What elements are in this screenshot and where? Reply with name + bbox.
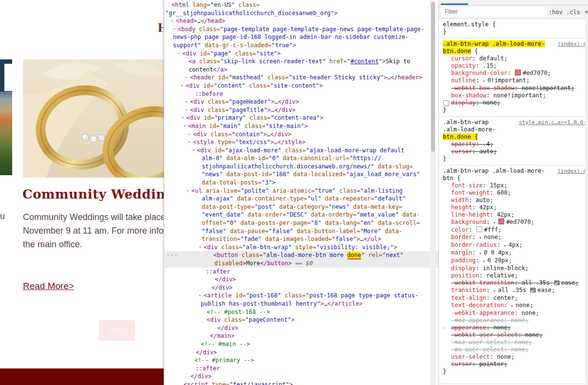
property-name[interactable]: text-align <box>451 294 486 301</box>
css-property[interactable]: cursor: default; <box>443 55 585 62</box>
property-value[interactable]: none; <box>515 302 533 309</box>
property-name[interactable]: font-weight <box>451 189 490 196</box>
dom-tree-row[interactable]: ▾<div id="primary" class="content-area"> <box>165 114 438 122</box>
css-property[interactable]: cursor: auto; <box>443 148 585 155</box>
dom-tree-row[interactable]: ▸<head>…</head> <box>165 17 438 25</box>
dom-tree-row[interactable]: ▾<body class="page-template page-templat… <box>165 25 438 34</box>
property-value[interactable]: auto; <box>476 197 493 203</box>
property-name[interactable]: margin <box>451 249 472 256</box>
css-property[interactable]: ⚠appearance: none; <box>443 324 585 331</box>
dom-tree-row[interactable]: ::after <box>165 365 438 373</box>
chevron-down-icon[interactable]: ▾ <box>180 114 186 122</box>
dom-tree-row[interactable]: support" data-gr-c-s-loaded="true"> <box>165 41 438 50</box>
dom-tree-row[interactable]: <a class="skip-link screen-reader-text" … <box>165 57 438 66</box>
dom-tree-row[interactable]: alm-0" data-alm-id="0" data-canonical-ur… <box>165 154 438 163</box>
css-property[interactable]: background: ▸#ed7070; <box>443 219 585 226</box>
dom-tree-row[interactable]: </div> <box>165 284 438 292</box>
property-name[interactable]: display <box>451 99 476 106</box>
property-name[interactable]: color <box>451 226 469 233</box>
property-name[interactable]: display <box>451 265 476 272</box>
property-name[interactable]: cursor <box>451 55 472 62</box>
property-name[interactable]: font-size <box>451 182 483 189</box>
property-value[interactable]: 0 0 4px; <box>484 249 512 256</box>
css-property[interactable]: opacity: .15; <box>443 62 585 70</box>
property-value[interactable]: #ed7070; <box>523 70 551 76</box>
property-name[interactable]: -webkit-transition <box>451 279 514 286</box>
chevron-right-icon[interactable]: ▸ <box>184 73 190 82</box>
property-value[interactable]: center; <box>493 294 518 301</box>
property-value[interactable]: 4px; <box>509 241 523 248</box>
expand-value-icon[interactable]: ▸ <box>511 303 515 308</box>
dom-tree-row[interactable]: ▸<ul aria-live="polite" aria-atomic="tru… <box>165 187 438 195</box>
expand-value-icon[interactable]: ▸ <box>493 288 498 293</box>
css-property[interactable]: transition: ▸all .35s ease; <box>443 287 585 294</box>
property-value[interactable]: auto; <box>479 148 497 155</box>
dom-tree-row[interactable]: </main> <box>165 332 438 340</box>
dom-tree-row[interactable]: ▸<header id="masthead" class="site-heade… <box>165 73 438 82</box>
chevron-right-icon[interactable]: ▸ <box>184 106 190 114</box>
property-value[interactable]: none; <box>511 317 529 324</box>
css-property[interactable]: -ms-user-select: none; <box>443 346 585 353</box>
property-name[interactable]: outline <box>451 77 476 84</box>
chevron-right-icon[interactable]: ▸ <box>187 130 192 139</box>
css-property[interactable]: -webkit-box-shadow: none!important; <box>443 85 585 92</box>
dom-tree-row[interactable]: ▸<div class="pageTitle">…</div> <box>165 106 438 114</box>
property-name[interactable]: appearance <box>451 324 486 331</box>
property-name[interactable]: -moz-user-select <box>451 339 508 346</box>
css-property[interactable]: -webkit-transition: all .35s ease; <box>443 279 585 287</box>
dom-tree-row[interactable]: "gr__stjohnpauliicatholicchurch_diocesan… <box>165 9 438 18</box>
chevron-right-icon[interactable]: ▸ <box>197 292 203 300</box>
styles-tab-bar[interactable] <box>439 0 588 5</box>
css-property[interactable]: cursor: pointer; <box>443 361 585 368</box>
dom-tree-row[interactable]: <!-- #primary --> <box>165 356 438 365</box>
color-swatch[interactable] <box>515 70 521 75</box>
property-name[interactable]: background <box>451 219 486 225</box>
css-property[interactable]: user-select: none; <box>443 353 585 361</box>
dom-tree-row[interactable]: "event_date" data-order="DESC" data-orde… <box>165 211 438 219</box>
property-name[interactable]: height <box>451 204 472 211</box>
chevron-down-icon[interactable]: ▾ <box>179 82 185 90</box>
property-value[interactable]: none; <box>511 346 529 353</box>
dom-tree-row[interactable]: ▾<div id="page" class="site"> <box>165 50 438 58</box>
property-name[interactable]: width <box>451 197 469 203</box>
dom-tree-row[interactable]: </div> <box>165 372 438 381</box>
class-toggle[interactable]: .cls <box>566 9 580 16</box>
dom-tree-row[interactable]: ▸<article id="post-168" class="post-168 … <box>165 292 438 300</box>
property-toggle-checkbox[interactable] <box>443 100 449 106</box>
dom-tree-row[interactable]: "false" data-pause="false" data-button-l… <box>165 227 438 236</box>
css-property[interactable]: border-radius: ▸4px; <box>443 241 585 249</box>
dom-tree-row[interactable]: ▸<div class="pageHeader">…</div> <box>165 98 438 106</box>
elements-scrollbar[interactable] <box>430 0 436 385</box>
chevron-down-icon[interactable]: ▾ <box>190 147 196 155</box>
property-value[interactable]: 42px; <box>497 211 514 218</box>
property-value[interactable]: ease; <box>537 287 555 293</box>
css-property[interactable]: position: relative; <box>443 272 585 279</box>
dom-tree-row[interactable]: alm-ajax" data-container-type="ul" data-… <box>165 195 438 203</box>
expand-value-icon[interactable]: ▸ <box>479 235 484 240</box>
cubic-bezier-icon[interactable] <box>554 280 560 285</box>
property-name[interactable]: background-color <box>451 70 508 76</box>
css-property[interactable]: line-height: 42px; <box>443 211 585 219</box>
read-more-link[interactable]: Read More> <box>23 281 74 292</box>
styles-filter-input[interactable] <box>442 7 545 17</box>
css-property[interactable]: opacity: .4; <box>443 141 585 148</box>
property-value[interactable]: 600; <box>497 189 511 196</box>
css-property[interactable]: color: #fff; <box>443 226 585 234</box>
property-value[interactable]: all .35s <box>522 279 553 286</box>
property-value[interactable]: .15; <box>483 62 497 69</box>
dom-tree-row[interactable]: data-total-posts="3"> <box>165 179 438 187</box>
property-name[interactable]: border <box>451 234 472 240</box>
property-value[interactable]: all .35s <box>498 287 530 293</box>
property-value[interactable]: inline-block; <box>483 265 529 272</box>
stylesheet-source-link[interactable]: (index):4 <box>557 167 587 175</box>
css-property[interactable]: -moz-appearance: none; <box>443 317 585 324</box>
css-selector[interactable]: btn { <box>443 175 585 182</box>
dom-tree-row[interactable]: publish has-post-thumbnail hentry">…</ar… <box>165 300 438 308</box>
property-name[interactable]: position <box>451 272 479 279</box>
dom-tree-row[interactable]: <html lang="en-US" class= <box>165 1 438 9</box>
dom-tree-row[interactable]: <!-- #main --> <box>165 340 438 348</box>
css-property[interactable]: text-align: center; <box>443 294 585 302</box>
css-property[interactable]: box-shadow: none!important; <box>443 92 585 99</box>
chevron-right-icon[interactable]: ▸ <box>170 17 175 25</box>
dom-tree-row[interactable]: ::before <box>165 90 438 98</box>
